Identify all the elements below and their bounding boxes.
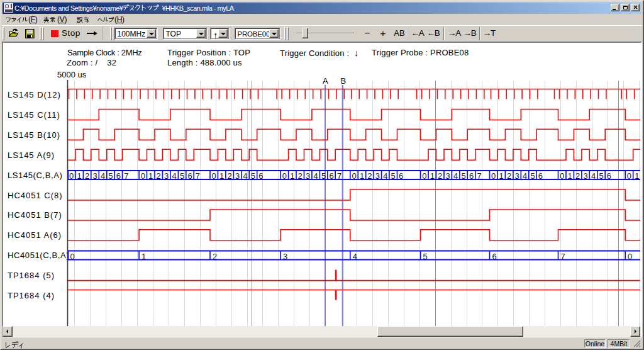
svg-text:2: 2 — [298, 171, 303, 181]
svg-text:6: 6 — [492, 252, 496, 261]
svg-text:0: 0 — [422, 171, 426, 181]
svg-text:5: 5 — [599, 171, 603, 181]
svg-text:5: 5 — [180, 171, 184, 181]
svg-text:1: 1 — [77, 171, 82, 181]
svg-text:0: 0 — [491, 171, 496, 181]
svg-text:2: 2 — [507, 171, 511, 181]
svg-text:7: 7 — [196, 171, 200, 181]
svg-text:4: 4 — [353, 252, 357, 261]
svg-text:0: 0 — [627, 171, 631, 181]
svg-text:1: 1 — [499, 171, 504, 181]
svg-text:7: 7 — [337, 171, 341, 181]
svg-text:6: 6 — [258, 171, 263, 181]
svg-text:6: 6 — [399, 171, 403, 181]
svg-text:3: 3 — [306, 171, 310, 181]
svg-text:4: 4 — [243, 171, 247, 181]
svg-text:3: 3 — [446, 171, 450, 181]
svg-text:3: 3 — [164, 171, 169, 181]
svg-text:6: 6 — [607, 171, 611, 181]
svg-text:6: 6 — [329, 171, 333, 181]
svg-text:6: 6 — [116, 171, 121, 181]
svg-text:1: 1 — [142, 252, 146, 261]
svg-text:3: 3 — [235, 171, 240, 181]
svg-text:0: 0 — [352, 171, 356, 181]
svg-text:7: 7 — [124, 171, 128, 181]
svg-text:7: 7 — [477, 171, 481, 181]
svg-text:2: 2 — [367, 171, 372, 181]
svg-text:4: 4 — [313, 171, 318, 181]
svg-text:0: 0 — [141, 171, 145, 181]
svg-text:6: 6 — [469, 171, 474, 181]
svg-text:3: 3 — [583, 171, 587, 181]
svg-text:4: 4 — [523, 171, 527, 181]
svg-text:5: 5 — [321, 171, 326, 181]
svg-text:3: 3 — [514, 171, 519, 181]
svg-text:0: 0 — [70, 252, 74, 261]
svg-text:5: 5 — [530, 171, 535, 181]
svg-text:0: 0 — [282, 171, 287, 181]
svg-text:0: 0 — [628, 252, 632, 261]
svg-text:2: 2 — [213, 252, 217, 261]
svg-text:2: 2 — [575, 171, 580, 181]
svg-text:5: 5 — [391, 171, 396, 181]
svg-text:1: 1 — [219, 171, 224, 181]
svg-text:4: 4 — [172, 171, 176, 181]
svg-text:1: 1 — [635, 171, 639, 181]
svg-text:5: 5 — [251, 171, 255, 181]
svg-text:1: 1 — [430, 171, 435, 181]
svg-text:6: 6 — [538, 171, 543, 181]
svg-text:3: 3 — [375, 171, 380, 181]
svg-text:4: 4 — [101, 171, 105, 181]
svg-text:6: 6 — [187, 171, 192, 181]
svg-text:1: 1 — [568, 171, 572, 181]
svg-text:5: 5 — [423, 252, 427, 261]
svg-text:4: 4 — [591, 171, 596, 181]
svg-text:1: 1 — [148, 171, 153, 181]
svg-text:0: 0 — [69, 171, 74, 181]
svg-text:0: 0 — [560, 171, 564, 181]
svg-text:5: 5 — [108, 171, 113, 181]
svg-text:2: 2 — [438, 171, 442, 181]
svg-text:3: 3 — [92, 171, 97, 181]
svg-text:4: 4 — [383, 171, 387, 181]
svg-text:5: 5 — [461, 171, 465, 181]
svg-text:7: 7 — [560, 252, 565, 261]
svg-text:1: 1 — [290, 171, 294, 181]
svg-text:4: 4 — [453, 171, 458, 181]
svg-text:1: 1 — [360, 171, 364, 181]
svg-text:0: 0 — [212, 171, 216, 181]
svg-text:2: 2 — [227, 171, 231, 181]
svg-text:2: 2 — [157, 171, 161, 181]
svg-text:2: 2 — [85, 171, 89, 181]
svg-text:3: 3 — [283, 252, 287, 261]
